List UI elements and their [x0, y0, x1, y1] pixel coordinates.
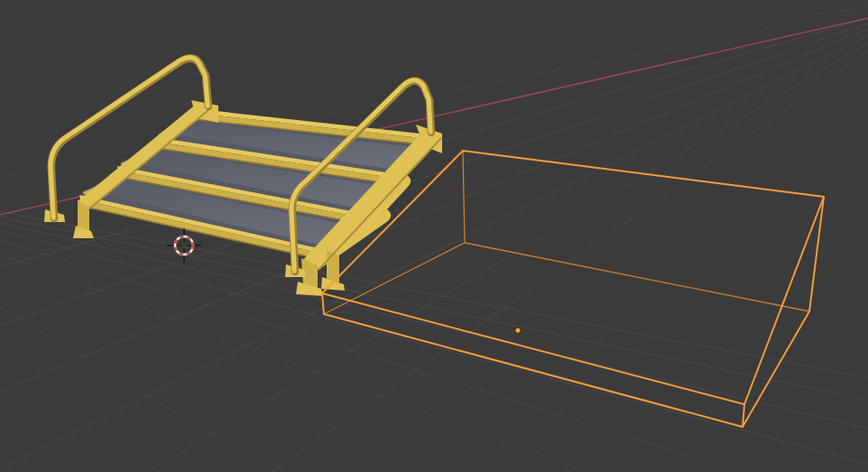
object-origin-dot[interactable]: [515, 328, 521, 333]
origin-dot[interactable]: [515, 328, 521, 333]
viewport-3d[interactable]: [0, 0, 868, 472]
viewport-canvas[interactable]: [0, 0, 868, 472]
viewport-background: [0, 0, 868, 472]
